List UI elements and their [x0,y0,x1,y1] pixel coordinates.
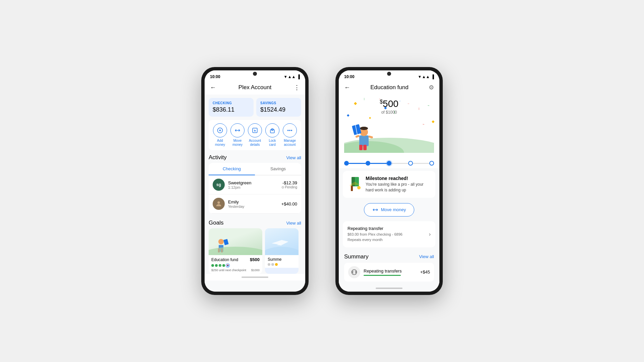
move-money-button[interactable]: Move money [364,203,414,217]
fund-value: 500 [383,99,398,109]
fund-amount: $500 [344,99,434,109]
back-button-2[interactable]: ← [344,84,350,91]
menu-button-1[interactable]: ⋮ [294,84,300,91]
education-range: $250 until next checkpoint $1000 [211,268,260,272]
summer-card[interactable]: Summe [265,228,299,274]
svg-point-12 [218,239,224,244]
transfer-detail-1: $83.00 from Plex checking - 6896 [347,232,429,237]
education-fund-name: Education fund [211,257,238,262]
account-details-action[interactable]: Accountdetails [248,123,262,147]
summer-dot-3 [275,263,278,266]
app-content-2: ← Education fund ⚙ ◆ | ◆ ~ – ◆ ~ | [339,80,439,292]
savings-card[interactable]: SAVINGS $1524.49 [256,98,301,117]
dot-1 [211,264,214,267]
move-money-container: Move money [339,200,439,219]
summary-view-all[interactable]: View all [419,254,434,259]
svg-marker-33 [350,185,352,186]
svg-point-16 [209,247,262,255]
emily-time: Yesterday [228,204,278,208]
transfer-card[interactable]: Repeating transfer $83.00 from Plex chec… [343,221,435,247]
checking-amount: $836.11 [213,106,250,113]
sweetgreen-name: Sweetgreen [228,180,278,185]
account-details-label: Accountdetails [249,139,261,147]
summary-title: Summary [344,253,369,260]
activity-section-header: Activity View all [205,150,305,163]
move-money-action[interactable]: Movemoney [230,123,245,147]
transfer-info: Repeating transfer $83.00 from Plex chec… [347,226,429,243]
phone-screen-1: 10:00 ▾ ▲▲ ▐ ← Plex Account ⋮ CHECKIN [205,70,305,292]
tab-savings[interactable]: Savings [255,163,301,175]
phone-1: 10:00 ▾ ▲▲ ▐ ← Plex Account ⋮ CHECKIN [201,67,309,295]
education-card-bg [209,228,262,255]
transfer-detail-2: Repeats every month [347,237,429,243]
summary-label-container: Repeating transfers [364,268,417,276]
person-illustration [349,119,379,153]
checking-label: CHECKING [213,101,250,105]
svg-point-17 [265,247,299,255]
milestone-icon [348,176,362,189]
milestone-desc: You're saving like a pro - all your hard… [366,182,430,193]
svg-rect-24 [368,135,373,138]
summary-amount: +$45 [420,269,430,275]
svg-point-7 [288,130,288,131]
add-money-label: Addmoney [215,139,225,147]
svg-point-10 [217,201,220,204]
page-title-2: Education fund [350,84,429,91]
status-icons-2: ▾ ▲▲ ▐ [419,74,434,79]
lock-card-action[interactable]: Lockcard [265,123,279,147]
manage-account-label: Manageaccount [284,139,296,147]
savings-label: SAVINGS [260,101,297,105]
svg-rect-5 [270,130,274,133]
phone-notch-2 [387,72,391,76]
summary-header: Summary View all [344,253,434,260]
goals-section-header: Goals View all [205,216,305,228]
emily-avatar [213,198,225,210]
track-node-3 [387,161,391,166]
goals-title: Goals [209,220,223,226]
svg-rect-31 [351,186,353,191]
accounts-row: CHECKING $836.11 SAVINGS $1524.49 [209,98,301,117]
education-card-footer: Education fund $500 ✓ [209,255,262,274]
signal-icon-2: ▲▲ [422,74,430,79]
sweetgreen-avatar: sg [213,179,225,191]
transaction-sweetgreen[interactable]: sg Sweetgreen 1:12pm -$12.39 ⊙Pending [209,175,301,194]
activity-card: Checking Savings sg Sweetgreen 1:12pm -$… [209,163,301,214]
summary-row[interactable]: Repeating transfers +$45 [344,263,434,282]
phone-screen-2: 10:00 ▾ ▲▲ ▐ ← Education fund ⚙ [339,70,439,292]
home-indicator-1 [205,274,305,281]
summary-transfer-icon [348,266,360,278]
emily-details: Emily Yesterday [228,199,278,208]
goals-view-all[interactable]: View all [286,221,301,226]
account-details-icon [248,123,262,137]
svg-rect-20 [359,135,369,146]
screen-container: 10:00 ▾ ▲▲ ▐ ← Plex Account ⋮ CHECKIN [201,67,443,295]
checking-card[interactable]: CHECKING $836.11 [209,98,254,117]
manage-account-icon [283,123,297,137]
track-line-4 [413,163,430,164]
add-money-action[interactable]: Addmoney [213,123,227,147]
track-line-3 [391,163,408,164]
signal-icon: ▲▲ [288,74,296,79]
settings-button[interactable]: ⚙ [429,84,434,91]
move-money-icon [230,123,245,137]
phone-2: 10:00 ▾ ▲▲ ▐ ← Education fund ⚙ [335,67,443,295]
back-button-1[interactable]: ← [210,84,216,91]
tab-checking[interactable]: Checking [209,163,255,175]
svg-rect-15 [223,239,229,245]
transaction-emily[interactable]: Emily Yesterday +$40.00 [209,194,301,214]
activity-title: Activity [209,154,227,161]
track-node-2 [366,161,370,166]
fund-hero: ◆ | ◆ ~ – ◆ ~ | – ◆ | ~ ◆ [339,95,439,157]
status-icons-1: ▾ ▲▲ ▐ [284,74,300,79]
sweetgreen-time: 1:12pm [228,185,278,189]
education-fund-card[interactable]: Education fund $500 ✓ [209,228,262,274]
track-line-2 [370,163,387,164]
svg-rect-25 [359,145,363,150]
app-header-1: ← Plex Account ⋮ [205,80,305,95]
lock-card-label: Lockcard [269,139,276,147]
home-indicator-2 [339,284,439,292]
manage-account-action[interactable]: Manageaccount [283,123,297,147]
summer-dot-1 [268,263,270,266]
savings-amount: $1524.49 [260,106,297,113]
activity-view-all[interactable]: View all [286,155,301,160]
